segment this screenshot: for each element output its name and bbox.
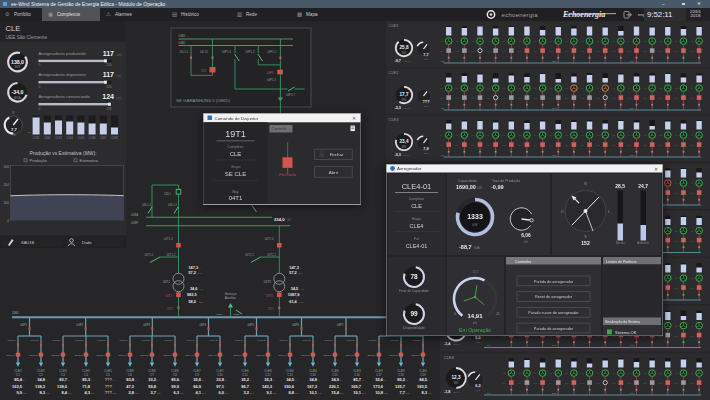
svg-text:04T1-2: 04T1-2 xyxy=(167,253,176,257)
svg-text:MW: MW xyxy=(46,392,51,394)
svg-text:14,91: 14,91 xyxy=(467,313,483,319)
svg-text:Em Operação: Em Operação xyxy=(459,327,491,333)
svg-text:A: A xyxy=(318,386,320,388)
svg-text:20P1-2: 20P1-2 xyxy=(29,354,38,357)
svg-text:99,9: 99,9 xyxy=(171,384,180,389)
svg-text:CLE: CLE xyxy=(6,24,21,33)
svg-text:CLE4: CLE4 xyxy=(410,223,424,229)
svg-text:A: A xyxy=(302,294,304,297)
svg-text:1333: 1333 xyxy=(467,213,483,220)
svg-text:04P5-2: 04P5-2 xyxy=(246,50,255,54)
svg-text:Fechado: Fechado xyxy=(279,171,297,176)
svg-text:C16: C16 xyxy=(552,154,557,157)
svg-text:A: A xyxy=(68,386,70,388)
svg-text:kV: kV xyxy=(428,379,431,381)
svg-text:04P1-2: 04P1-2 xyxy=(30,339,39,342)
svg-text:226,1: 226,1 xyxy=(329,384,340,389)
svg-text:04P5-1: 04P5-1 xyxy=(268,50,277,54)
svg-text:19T3: 19T3 xyxy=(266,294,273,298)
svg-text:(un): (un) xyxy=(117,53,122,57)
svg-text:28T1: 28T1 xyxy=(268,307,274,311)
svg-text:C16: C16 xyxy=(552,60,557,63)
svg-text:kV: kV xyxy=(340,379,343,381)
svg-text:25: 25 xyxy=(496,312,500,316)
svg-text:Grupo: Grupo xyxy=(230,165,240,169)
svg-text:-1,8: -1,8 xyxy=(444,390,450,394)
svg-text:Complexo: Complexo xyxy=(409,197,424,201)
svg-text:kV: kV xyxy=(301,288,304,291)
svg-text:MVAr: MVAr xyxy=(404,154,410,157)
svg-text:04T1-4: 04T1-4 xyxy=(164,237,173,241)
svg-text:04P1-1: 04P1-1 xyxy=(7,339,16,342)
svg-text:m/s: m/s xyxy=(473,321,478,325)
svg-text:Fator de Capacidade: Fator de Capacidade xyxy=(399,289,429,293)
svg-text:04P3-1: 04P3-1 xyxy=(119,339,128,342)
svg-text:0: 0 xyxy=(7,219,9,223)
svg-text:CLE: CLE xyxy=(229,150,241,156)
svg-text:Partida do aerogerador: Partida do aerogerador xyxy=(534,280,574,284)
svg-text:C1A: C1A xyxy=(630,107,635,110)
svg-text:97,1: 97,1 xyxy=(216,384,225,389)
svg-text:Ambiente: Ambiente xyxy=(637,241,649,245)
svg-text:A: A xyxy=(201,294,203,297)
svg-text:Etapa: Etapa xyxy=(412,217,421,221)
svg-text:04P7: 04P7 xyxy=(337,323,344,327)
svg-text:04B1: 04B1 xyxy=(179,34,186,38)
svg-text:???: ??? xyxy=(423,100,431,104)
svg-text:CLE4: CLE4 xyxy=(66,136,73,140)
svg-text:Parada do aerogerador: Parada do aerogerador xyxy=(534,327,574,331)
svg-text:MVAr: MVAr xyxy=(404,60,410,63)
svg-text:59,8: 59,8 xyxy=(148,384,157,389)
svg-text:85,4: 85,4 xyxy=(14,377,23,382)
svg-text:04D1-1: 04D1-1 xyxy=(168,203,178,207)
svg-text:04P4-2: 04P4-2 xyxy=(209,339,218,342)
svg-text:kVAr: kVAr xyxy=(474,246,480,250)
svg-text:14P5: 14P5 xyxy=(267,71,274,75)
svg-text:200: 200 xyxy=(3,183,9,187)
svg-text:04L10: 04L10 xyxy=(200,50,208,54)
svg-text:MW: MW xyxy=(318,392,323,394)
svg-text:20P3-3: 20P3-3 xyxy=(163,354,172,357)
svg-text:04P3-3: 04P3-3 xyxy=(164,339,173,342)
svg-text:25,8: 25,8 xyxy=(400,45,409,50)
svg-text:163,5: 163,5 xyxy=(12,384,23,389)
svg-text:MVAr: MVAr xyxy=(454,343,460,346)
svg-text:982,5: 982,5 xyxy=(187,293,197,297)
svg-text:167,3: 167,3 xyxy=(307,384,318,389)
svg-text:MW: MW xyxy=(298,272,303,275)
svg-text:124: 124 xyxy=(102,93,114,100)
svg-text:echoenergia: echoenergia xyxy=(502,12,539,18)
svg-text:A: A xyxy=(295,386,297,388)
svg-text:-9,7: -9,7 xyxy=(395,59,401,63)
svg-text:Produção: Produção xyxy=(30,158,48,163)
svg-text:CLE6: CLE6 xyxy=(89,136,96,140)
svg-text:04P3: 04P3 xyxy=(143,323,150,327)
svg-text:Reset do aerogerador: Reset do aerogerador xyxy=(535,295,573,299)
svg-text:04P1: 04P1 xyxy=(20,323,27,327)
svg-text:58,0: 58,0 xyxy=(189,300,196,304)
svg-text:85,2: 85,2 xyxy=(397,377,406,382)
svg-text:Controles: Controles xyxy=(515,260,531,264)
svg-text:kV: kV xyxy=(91,379,94,381)
svg-text:A: A xyxy=(362,386,364,388)
svg-text:04T1: 04T1 xyxy=(163,280,170,284)
svg-text:138,3: 138,3 xyxy=(35,384,46,389)
svg-text:Par: Par xyxy=(414,237,420,241)
svg-text:0: 0 xyxy=(38,85,40,89)
svg-text:kV: kV xyxy=(46,379,49,381)
svg-text:99: 99 xyxy=(410,310,418,317)
svg-text:MW: MW xyxy=(180,392,185,394)
svg-text:14D1: 14D1 xyxy=(164,192,171,196)
svg-text:04P4: 04P4 xyxy=(199,323,206,327)
svg-text:20P4-2: 20P4-2 xyxy=(208,354,217,357)
svg-text:MW: MW xyxy=(406,392,411,394)
svg-text:17,7: 17,7 xyxy=(400,92,409,97)
svg-text:04P6-2: 04P6-2 xyxy=(302,339,311,342)
svg-text:20P2-2: 20P2-2 xyxy=(74,354,83,357)
svg-text:83,7: 83,7 xyxy=(59,377,68,382)
svg-text:MW: MW xyxy=(362,392,367,394)
svg-text:MVAr: MVAr xyxy=(454,391,460,394)
svg-text:MVAr: MVAr xyxy=(14,96,21,100)
svg-text:kV: kV xyxy=(384,379,387,381)
svg-text:C1A: C1A xyxy=(630,154,635,157)
